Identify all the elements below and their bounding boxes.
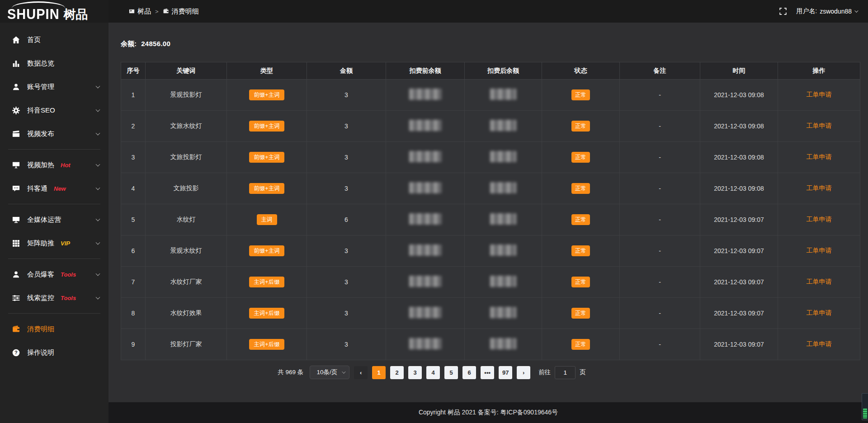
nav-divider	[8, 204, 100, 204]
col-index: 序号	[121, 62, 146, 80]
table-row: 9 投影灯厂家 主词+后缀 3 正常 - 2021-12-03 09:07 工单…	[121, 329, 860, 360]
sidebar-item-consumption-detail[interactable]: 消费明细	[0, 317, 108, 341]
chevron-down-icon	[342, 370, 345, 373]
widget-stripes-decoration	[863, 409, 867, 418]
monitor-icon	[12, 216, 20, 224]
home-icon	[12, 36, 20, 44]
user-menu[interactable]: 用户名: zswodun88	[796, 7, 857, 15]
svg-text:?: ?	[14, 350, 18, 355]
work-order-link[interactable]: 工单申请	[807, 309, 832, 316]
fullscreen-icon[interactable]	[779, 7, 787, 15]
redacted-balance-after	[490, 182, 516, 193]
redacted-balance-before	[409, 213, 442, 225]
sidebar-item-omni-media[interactable]: 全媒体运营	[0, 208, 108, 231]
sidebar-item-account-management[interactable]: 账号管理	[0, 75, 108, 99]
page-size-select[interactable]: 10条/页	[310, 366, 349, 379]
sidebar-item-home[interactable]: 首页	[0, 28, 108, 52]
row-index: 2	[121, 111, 146, 142]
keyword-cell: 水纹灯	[146, 204, 227, 235]
work-order-link[interactable]: 工单申请	[807, 122, 832, 129]
status-badge: 正常	[571, 245, 590, 257]
pagination-total: 共 969 条	[278, 368, 303, 376]
table-row: 5 水纹灯 主词 6 正常 - 2021-12-03 09:07 工单申请	[121, 204, 860, 235]
brand-logo[interactable]: SHUPIN 树品	[0, 0, 108, 23]
username-value: zswodun88	[820, 8, 852, 15]
page-button-5[interactable]: 5	[444, 366, 458, 379]
work-order-link[interactable]: 工单申请	[807, 278, 832, 285]
bar-chart-icon	[12, 59, 20, 68]
page-button-6[interactable]: 6	[462, 366, 476, 379]
breadcrumb: 树品 > 消费明细	[129, 7, 199, 16]
work-order-link[interactable]: 工单申请	[807, 340, 832, 348]
breadcrumb-current[interactable]: 消费明细	[163, 7, 199, 16]
next-page-button[interactable]: ›	[517, 366, 530, 379]
sidebar-item-doukertong[interactable]: 抖客通 New	[0, 177, 108, 200]
page-button-3[interactable]: 3	[408, 366, 422, 379]
table-row: 2 文旅水纹灯 前缀+主词 3 正常 - 2021-12-03 09:08 工单…	[121, 111, 860, 142]
sidebar-item-member-baoke[interactable]: 会员爆客 Tools	[0, 263, 108, 286]
status-badge: 正常	[571, 308, 590, 319]
nav-divider	[8, 149, 100, 150]
chevron-down-icon	[96, 131, 100, 136]
scroll-widget[interactable]	[862, 393, 868, 420]
work-order-link[interactable]: 工单申请	[807, 247, 832, 254]
page-button-4[interactable]: 4	[426, 366, 440, 379]
type-badge: 主词	[257, 214, 277, 226]
sidebar-item-label: 线索监控	[27, 294, 54, 302]
row-index: 8	[121, 298, 146, 329]
sidebar-item-data-overview[interactable]: 数据总览	[0, 52, 108, 75]
chevron-down-icon	[96, 108, 100, 112]
status-badge: 正常	[571, 121, 590, 132]
row-index: 3	[121, 142, 146, 173]
redacted-balance-after	[490, 89, 516, 100]
page-button-2[interactable]: 2	[390, 366, 404, 379]
sidebar-item-label: 视频加热	[27, 161, 54, 169]
redacted-balance-before	[409, 151, 442, 162]
sidebar-item-instructions[interactable]: ? 操作说明	[0, 341, 108, 364]
sidebar-item-douyin-seo[interactable]: 抖音SEO	[0, 99, 108, 122]
keyword-cell: 文旅投影	[146, 173, 227, 204]
chevron-down-icon	[96, 84, 100, 89]
balance-label: 余额:	[121, 40, 137, 47]
sidebar-item-label: 账号管理	[27, 83, 54, 91]
table-row: 6 景观水纹灯 前缀+主词 3 正常 - 2021-12-03 09:07 工单…	[121, 235, 860, 267]
user-icon	[12, 83, 20, 91]
breadcrumb-root[interactable]: 树品	[129, 7, 151, 16]
sidebar-item-video-heating[interactable]: 视频加热 Hot	[0, 153, 108, 177]
type-badge: 主词+后缀	[249, 277, 284, 288]
work-order-link[interactable]: 工单申请	[807, 91, 832, 98]
sidebar-item-video-publish[interactable]: 视频发布	[0, 122, 108, 146]
col-action: 操作	[778, 62, 860, 80]
sidebar-item-label: 抖客通	[27, 184, 47, 193]
sidebar-item-matrix-boost[interactable]: 矩阵助推 VIP	[0, 231, 108, 255]
status-badge: 正常	[571, 89, 590, 101]
work-order-link[interactable]: 工单申请	[807, 184, 832, 192]
amount-cell: 6	[307, 204, 386, 235]
prev-page-button[interactable]: ‹	[354, 366, 368, 379]
redacted-balance-after	[490, 151, 516, 162]
time-cell: 2021-12-03 09:08	[700, 173, 778, 204]
remark-cell: -	[620, 298, 700, 329]
screen-cast-icon	[12, 161, 20, 169]
page-ellipsis-button[interactable]: •••	[481, 366, 494, 379]
work-order-link[interactable]: 工单申请	[807, 153, 832, 160]
tools-badge: Tools	[61, 271, 76, 278]
sidebar-item-label: 消费明细	[27, 325, 54, 334]
time-cell: 2021-12-03 09:07	[700, 204, 778, 235]
goto-page-input[interactable]	[555, 366, 576, 379]
time-cell: 2021-12-03 09:08	[700, 80, 778, 111]
sidebar-item-lead-monitoring[interactable]: 线索监控 Tools	[0, 286, 108, 310]
footer: Copyright 树品 2021 备案号: 粤ICP备09019646号	[108, 402, 868, 423]
page-button-97[interactable]: 97	[499, 366, 512, 379]
keyword-cell: 水纹灯厂家	[146, 267, 227, 298]
new-badge: New	[54, 185, 66, 192]
clapperboard-icon	[12, 130, 20, 138]
sidebar-item-label: 抖音SEO	[27, 106, 55, 115]
page-button-1[interactable]: 1	[372, 366, 386, 379]
work-order-link[interactable]: 工单申请	[807, 216, 832, 223]
chevron-down-icon	[96, 162, 100, 167]
remark-cell: -	[620, 111, 700, 142]
chat-bubble-icon	[12, 184, 20, 193]
row-index: 1	[121, 80, 146, 111]
sidebar-item-label: 视频发布	[27, 130, 54, 138]
